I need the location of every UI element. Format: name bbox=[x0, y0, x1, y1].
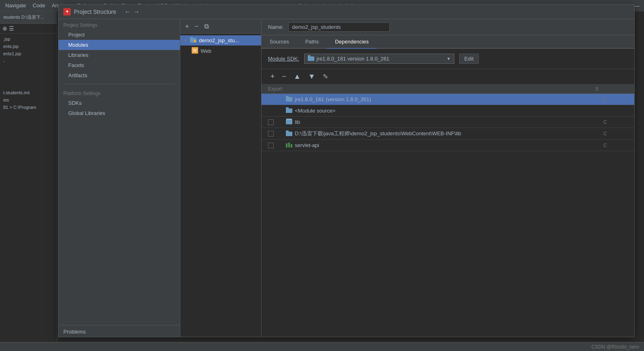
nav-item-project[interactable]: Project bbox=[58, 30, 180, 40]
dep-name-module-source: <Module source> bbox=[286, 107, 603, 114]
dep-row-module-source[interactable]: <Module source> bbox=[261, 105, 634, 117]
deps-table-header: Export S bbox=[261, 84, 634, 94]
web-module-name: Web bbox=[201, 48, 212, 54]
file-item[interactable]: ents1.jsp bbox=[0, 50, 56, 57]
file-item[interactable]: ents.jsp bbox=[0, 43, 56, 50]
export-column-header: Export bbox=[268, 86, 292, 92]
svg-rect-5 bbox=[308, 56, 314, 61]
svg-rect-16 bbox=[288, 143, 290, 147]
nav-item-libraries[interactable]: Libraries bbox=[58, 50, 180, 60]
module-name: demo2_jsp_stu... bbox=[199, 37, 239, 43]
module-tree-panel: + − ⧉ ▼ bbox=[180, 19, 261, 337]
bar-chart-icon bbox=[286, 142, 292, 149]
add-dep-button[interactable]: + bbox=[268, 72, 277, 82]
nav-divider bbox=[63, 84, 175, 84]
checkbox-lib[interactable] bbox=[268, 119, 274, 125]
name-label: Name: bbox=[268, 24, 283, 30]
sdk-select[interactable]: jre1.8.0_181 version 1.8.0_261 ▼ bbox=[304, 54, 454, 64]
copy-module-button[interactable]: ⧉ bbox=[203, 22, 210, 31]
sdk-folder-icon bbox=[308, 55, 314, 62]
tab-paths[interactable]: Paths bbox=[297, 35, 327, 49]
details-panel: Name: Sources Paths Dependencies Module … bbox=[261, 19, 634, 337]
deps-toolbar: + − ▲ ▼ ✎ bbox=[261, 69, 634, 84]
nav-item-artifacts[interactable]: Artifacts bbox=[58, 70, 180, 80]
file-explorer-header: students D:\迅雷下... bbox=[0, 11, 56, 24]
dep-label-jre: jre1.8.0_181 (version 1.8.0_261) bbox=[295, 96, 371, 102]
svg-rect-7 bbox=[286, 97, 292, 102]
svg-rect-10 bbox=[286, 107, 289, 109]
dialog-title: Project Structure bbox=[74, 9, 116, 15]
project-settings-label: Project Settings bbox=[58, 19, 180, 30]
file-item[interactable]: ies bbox=[0, 96, 56, 104]
back-button[interactable]: ← bbox=[124, 8, 131, 15]
remove-dep-button[interactable]: − bbox=[280, 72, 289, 82]
nav-item-facets[interactable]: Facets bbox=[58, 60, 180, 70]
svg-rect-17 bbox=[291, 144, 292, 147]
dep-row-servlet[interactable]: servlet-api C bbox=[261, 140, 634, 151]
platform-settings-label: Platform Settings bbox=[58, 87, 180, 98]
sdk-label[interactable]: Module SDK: bbox=[268, 56, 299, 62]
webinf-folder-icon bbox=[286, 130, 292, 137]
forward-button[interactable]: → bbox=[133, 8, 140, 15]
checkbox-servlet[interactable] bbox=[268, 143, 274, 148]
menu-item-code[interactable]: Code bbox=[29, 1, 48, 10]
file-item[interactable]: .jsp bbox=[0, 35, 56, 43]
dep-row-jre[interactable]: jre1.8.0_181 (version 1.8.0_261) C bbox=[261, 94, 634, 105]
dep-row-webinf[interactable]: D:\迅雷下载\java工程师\demo2_jsp_students\WebCo… bbox=[261, 128, 634, 140]
name-row: Name: bbox=[261, 19, 634, 35]
svg-rect-11 bbox=[286, 119, 292, 124]
module-tree: ▼ demo2_jsp_stu... bbox=[180, 34, 261, 337]
dialog-body: Project Settings Project Modules Librari… bbox=[58, 19, 634, 337]
remove-module-button[interactable]: − bbox=[193, 22, 200, 31]
project-structure-dialog: ✦ Project Structure ← → Project Settings… bbox=[58, 4, 635, 337]
svg-rect-15 bbox=[286, 143, 287, 147]
menu-item-navigate[interactable]: Navigate bbox=[2, 1, 29, 10]
module-item-root[interactable]: ▼ demo2_jsp_stu... bbox=[180, 35, 261, 46]
file-list: .jsp ents.jsp ents1.jsp - t.students.iml… bbox=[0, 34, 56, 351]
sync-icon[interactable]: ⊕ bbox=[2, 25, 7, 32]
dropdown-arrow-icon: ▼ bbox=[447, 56, 451, 61]
dep-checkbox-webinf[interactable] bbox=[268, 131, 286, 136]
nav-problems[interactable]: Problems bbox=[58, 325, 180, 337]
file-explorer-toolbar: ⊕ ☰ bbox=[0, 24, 56, 34]
dep-name-lib: lib bbox=[286, 119, 603, 126]
deps-table: jre1.8.0_181 (version 1.8.0_261) C bbox=[261, 94, 634, 337]
module-source-icon bbox=[286, 107, 292, 114]
add-module-button[interactable]: + bbox=[184, 22, 190, 31]
dep-name-webinf: D:\迅雷下载\java工程师\demo2_jsp_students\WebCo… bbox=[286, 130, 603, 137]
sdk-edit-button[interactable]: Edit bbox=[459, 54, 479, 64]
status-right: CSDN @Risotto_nero bbox=[591, 344, 639, 350]
dependencies-content: Module SDK: jre1.8.0_181 version 1.8.0_2… bbox=[261, 49, 634, 337]
move-up-button[interactable]: ▲ bbox=[291, 72, 303, 82]
svg-rect-9 bbox=[286, 108, 292, 113]
tab-sources[interactable]: Sources bbox=[261, 35, 297, 49]
file-item[interactable]: - bbox=[0, 57, 56, 65]
module-toolbar: + − ⧉ bbox=[180, 19, 261, 34]
dep-scope-webinf: C bbox=[603, 131, 628, 136]
nav-item-sdks[interactable]: SDKs bbox=[58, 98, 180, 108]
svg-rect-14 bbox=[286, 130, 289, 132]
dep-label-lib: lib bbox=[295, 119, 300, 125]
checkbox-webinf[interactable] bbox=[268, 131, 274, 136]
settings-icon[interactable]: ☰ bbox=[9, 25, 14, 32]
file-item[interactable]: 81 > C:\Program bbox=[0, 104, 56, 111]
details-tabs: Sources Paths Dependencies bbox=[261, 35, 634, 49]
nav-panel: Project Settings Project Modules Librari… bbox=[58, 19, 180, 337]
module-item-web[interactable]: W Web bbox=[180, 46, 261, 56]
tab-dependencies[interactable]: Dependencies bbox=[327, 35, 377, 49]
nav-item-global-libraries[interactable]: Global Libraries bbox=[58, 108, 180, 118]
name-input[interactable] bbox=[288, 22, 390, 32]
move-down-button[interactable]: ▼ bbox=[306, 72, 318, 82]
edit-dep-button[interactable]: ✎ bbox=[320, 72, 331, 81]
dep-checkbox-lib[interactable] bbox=[268, 119, 286, 125]
dep-name-servlet: servlet-api bbox=[286, 142, 603, 149]
dep-scope-servlet: C bbox=[603, 143, 628, 148]
dep-row-lib[interactable]: lib C bbox=[261, 117, 634, 128]
status-bar: CSDN @Risotto_nero bbox=[0, 342, 644, 351]
svg-rect-12 bbox=[286, 119, 292, 120]
dep-checkbox-servlet[interactable] bbox=[268, 143, 286, 148]
module-folder-icon bbox=[190, 37, 197, 44]
file-explorer-title: students D:\迅雷下... bbox=[3, 14, 44, 20]
file-item[interactable]: t.students.iml bbox=[0, 89, 56, 96]
nav-item-modules[interactable]: Modules bbox=[58, 40, 180, 50]
